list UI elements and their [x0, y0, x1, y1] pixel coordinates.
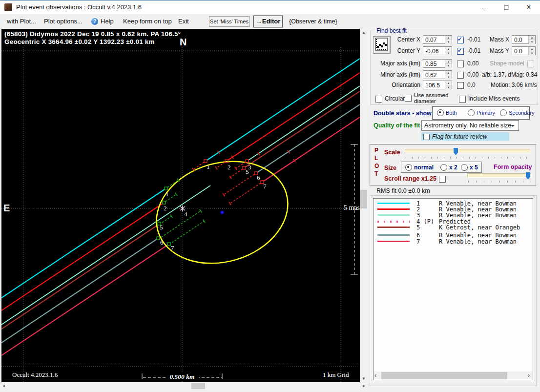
- listbox-hscroll-thumb[interactable]: [381, 372, 507, 379]
- major-axis-checkbox[interactable]: [457, 60, 464, 67]
- help-icon[interactable]: ?: [91, 18, 98, 25]
- minor-axis-delta: 0.00: [467, 71, 478, 78]
- use-assumed-diameter-checkbox[interactable]: Use assumed diameter: [405, 92, 457, 104]
- double-primary-radio[interactable]: Primary: [468, 109, 495, 116]
- mass-y-input[interactable]: 0.0: [512, 46, 536, 55]
- double-both-radio[interactable]: Both: [437, 109, 457, 116]
- ellipse-center-dot: [221, 211, 224, 214]
- center-x-checkbox[interactable]: [457, 36, 464, 43]
- quality-value: Astrometry only. No reliable size: [424, 122, 511, 129]
- legend-line-sample: [377, 208, 410, 210]
- minimize-button[interactable]: –: [473, 0, 495, 14]
- fit-chart-icon: [374, 37, 389, 52]
- minor-axis-checkbox[interactable]: [457, 71, 464, 79]
- maximize-button[interactable]: □: [495, 0, 518, 14]
- fit-icon-button[interactable]: [373, 36, 391, 54]
- plot-vscroll-thumb[interactable]: [360, 190, 367, 208]
- size-x2-radio[interactable]: x 2: [440, 164, 457, 171]
- mass-x-spin-buttons[interactable]: [528, 36, 535, 43]
- menu-with-plot[interactable]: with Plot...: [7, 14, 36, 29]
- scale-slider[interactable]: [405, 148, 531, 155]
- legend-line-sample: [377, 203, 410, 204]
- minor-axis-input[interactable]: 0.62: [423, 70, 452, 79]
- scale-bar-label: 0.500 km: [169, 373, 194, 380]
- plot-letter-t: T: [374, 170, 378, 177]
- listbox-scroll-left-icon[interactable]: ‹: [374, 372, 376, 379]
- center-y-delta: -0.01: [467, 47, 480, 54]
- center-y-checkbox[interactable]: [457, 47, 464, 55]
- scroll-range-label: Scroll range x1.25: [384, 175, 436, 182]
- mass-x-input[interactable]: 0.0: [512, 35, 536, 44]
- major-axis-spin-buttons[interactable]: [445, 60, 452, 67]
- scale-slider-track[interactable]: [405, 149, 531, 153]
- occultation-plot: 1 2 3 5 6 7 1 2 5 6 7 4: [1, 29, 360, 382]
- chord-6: [1, 104, 360, 343]
- grid-spacing-label: 1 km Grid: [323, 371, 349, 379]
- orientation-checkbox[interactable]: [457, 82, 464, 89]
- size-x5-radio[interactable]: x 5: [461, 164, 478, 171]
- legend-chord-number: 6: [416, 232, 420, 239]
- plot-hscrollbar[interactable]: ◂ ▸: [0, 382, 368, 390]
- chord-number-labels: 1 2 3 5 6 7 1 2 5 6 7: [160, 163, 267, 251]
- set-miss-times-button[interactable]: Set 'Miss' Times: [209, 16, 249, 27]
- svg-text:7: 7: [263, 183, 267, 190]
- scroll-right-icon[interactable]: ▸: [360, 382, 368, 390]
- menu-plot-options[interactable]: Plot options...: [44, 14, 83, 29]
- center-x-spin-buttons[interactable]: [445, 36, 452, 43]
- listbox-scroll-right-icon[interactable]: ›: [528, 372, 530, 379]
- size-normal-radio[interactable]: normal: [405, 164, 434, 171]
- double-secondary-radio[interactable]: Secondary: [500, 109, 535, 116]
- minor-axis-value: 0.62: [425, 72, 436, 79]
- mass-y-value: 0.0: [514, 48, 522, 55]
- close-button[interactable]: ×: [518, 0, 540, 14]
- include-miss-events-checkbox[interactable]: Include Miss events: [459, 95, 519, 103]
- center-y-input[interactable]: -0.06: [423, 46, 452, 55]
- mass-y-spin-buttons[interactable]: [528, 47, 535, 55]
- legend-observer-name: R Venable, near Bowman: [439, 232, 517, 239]
- form-opacity-track[interactable]: [467, 173, 532, 178]
- legend-row-5[interactable]: 5 K Getrost, near Orangeb: [374, 225, 533, 231]
- legend-row-7[interactable]: 7 R Venable, near Bowman: [374, 239, 533, 245]
- scale-slider-thumb[interactable]: [454, 148, 458, 155]
- form-opacity-slider[interactable]: [467, 172, 532, 180]
- legend-line-sample: [377, 227, 410, 228]
- scroll-down-icon[interactable]: ▾: [360, 375, 368, 382]
- major-axis-value: 0.85: [425, 61, 436, 67]
- menu-exit[interactable]: Exit: [178, 14, 189, 29]
- grid-lines: [1, 47, 360, 382]
- flag-review-checkbox[interactable]: Flag for future review: [423, 133, 487, 140]
- center-y-spin-buttons[interactable]: [445, 47, 452, 55]
- orientation-input[interactable]: 106.5: [423, 81, 452, 89]
- size-x2-label: x 2: [449, 164, 457, 171]
- scroll-left-icon[interactable]: ◂: [0, 382, 7, 390]
- mass-y-label: Mass Y: [490, 47, 509, 54]
- observer-listbox[interactable]: 1 R Venable, near Bowman 2 R Venable, ne…: [373, 198, 533, 380]
- plot-hscroll-thumb[interactable]: [191, 383, 205, 389]
- quality-select[interactable]: Astrometry only. No reliable size: [421, 120, 519, 131]
- legend-chord-number: 3: [416, 212, 420, 219]
- double-secondary-label: Secondary: [509, 110, 535, 116]
- size-radio-group: normal x 2 x 5: [401, 162, 482, 173]
- scroll-up-icon[interactable]: ▴: [360, 29, 368, 36]
- plot-vscrollbar[interactable]: ▴ ▾: [360, 29, 368, 382]
- major-axis-input[interactable]: 0.85: [423, 59, 452, 68]
- listbox-hscrollbar[interactable]: ‹ ›: [374, 371, 533, 380]
- plot-controls-group: P L O T Scale Size normal x 2 x 5: [370, 144, 537, 186]
- menu-bar: with Plot... Plot options... ? Help Keep…: [0, 14, 540, 29]
- center-y-label: Center Y: [390, 47, 420, 54]
- scroll-range-checkbox[interactable]: [439, 175, 446, 183]
- form-opacity-thumb[interactable]: [526, 172, 530, 180]
- circular-checkbox[interactable]: Circular: [375, 95, 405, 103]
- control-panel: Find best fit: [369, 29, 540, 392]
- minor-axis-spin-buttons[interactable]: [445, 71, 452, 79]
- menu-help[interactable]: Help: [101, 14, 114, 29]
- observer-time-label[interactable]: {Observer & time}: [289, 14, 337, 29]
- scale-label: Scale: [384, 149, 400, 156]
- flag-review-label: Flag for future review: [432, 133, 487, 140]
- menu-keep-on-top[interactable]: Keep form on top: [123, 14, 172, 29]
- editor-button[interactable]: →Editor: [253, 16, 283, 27]
- flag-review-row: Flag for future review: [421, 132, 509, 141]
- orientation-spin-buttons[interactable]: [445, 81, 452, 89]
- title-bar: Plot event observations : Occult v.4.202…: [0, 0, 540, 14]
- center-x-input[interactable]: 0.07: [423, 35, 452, 44]
